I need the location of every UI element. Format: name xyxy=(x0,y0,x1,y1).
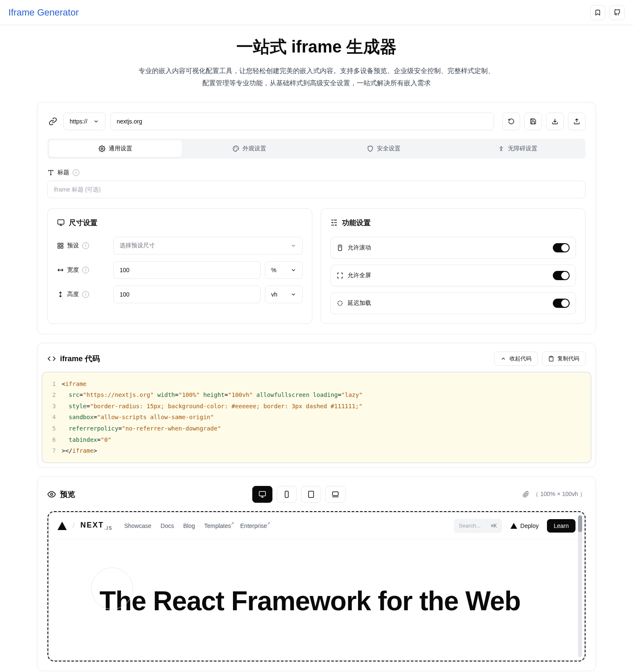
iframe-preview-wrapper: / NEXT.JS Showcase Docs Blog Templates↗ … xyxy=(47,511,586,662)
save-button[interactable] xyxy=(524,113,542,130)
switch-scroll[interactable] xyxy=(553,243,570,252)
settings-tabbar: 通用设置 外观设置 安全设置 无障碍设置 xyxy=(47,139,586,159)
mock-next-logo[interactable]: NEXT.JS xyxy=(80,521,112,530)
github-button[interactable] xyxy=(609,5,625,20)
mock-nav-enterprise[interactable]: Enterprise↗ xyxy=(240,522,267,529)
mock-nav-docs[interactable]: Docs xyxy=(161,522,174,529)
svg-rect-16 xyxy=(332,492,338,496)
title-label: 标题 i xyxy=(47,169,586,176)
paperclip-icon xyxy=(523,491,529,498)
tab-security[interactable]: 安全设置 xyxy=(317,140,450,157)
palette-icon xyxy=(233,145,239,152)
reset-icon xyxy=(508,118,515,125)
mock-page: / NEXT.JS Showcase Docs Blog Templates↗ … xyxy=(49,513,584,660)
svg-point-2 xyxy=(238,148,238,148)
info-icon[interactable]: i xyxy=(73,169,79,176)
mock-search[interactable]: Search... ⌘K xyxy=(454,519,502,533)
layout-icon xyxy=(57,242,64,249)
chevron-down-icon xyxy=(93,118,99,124)
device-phone-button[interactable] xyxy=(277,486,297,503)
chevron-down-icon xyxy=(290,267,296,273)
laptop-icon xyxy=(332,491,339,498)
upload-icon xyxy=(573,118,580,125)
tablet-icon xyxy=(307,491,315,498)
width-icon xyxy=(57,267,64,273)
mock-deploy-button[interactable]: Deploy xyxy=(505,522,544,529)
info-icon[interactable]: i xyxy=(82,267,89,273)
switch-lazy[interactable] xyxy=(553,299,570,308)
mock-nav-blog[interactable]: Blog xyxy=(183,522,195,529)
preview-card: 预览 （ 100% × 100vh ） xyxy=(37,476,596,671)
info-icon[interactable]: i xyxy=(82,242,89,249)
bookmark-button[interactable] xyxy=(590,5,605,20)
scroll-icon xyxy=(337,244,343,251)
svg-rect-11 xyxy=(550,356,552,357)
mock-scrollbar[interactable] xyxy=(578,515,582,657)
svg-rect-13 xyxy=(259,491,266,496)
brand-link[interactable]: Iframe Generator xyxy=(8,7,79,18)
hero-title: 一站式 iframe 生成器 xyxy=(8,35,625,58)
monitor-icon xyxy=(57,219,65,226)
hero-subtitle: 专业的嵌入内容可视化配置工具，让您轻松创建完美的嵌入式内容。支持多设备预览、企业… xyxy=(138,65,495,89)
svg-rect-9 xyxy=(61,246,63,248)
url-input[interactable] xyxy=(110,113,494,130)
toggle-lazy-row: 延迟加载 xyxy=(330,292,576,314)
download-icon xyxy=(552,118,558,125)
type-icon xyxy=(47,169,54,176)
svg-rect-10 xyxy=(58,246,60,248)
triangle-icon xyxy=(510,523,517,529)
preset-select[interactable]: 选择预设尺寸 xyxy=(113,237,303,255)
sliders-icon xyxy=(330,219,338,226)
download-button[interactable] xyxy=(546,113,564,130)
save-icon xyxy=(530,118,536,125)
device-laptop-button[interactable] xyxy=(325,486,345,503)
svg-point-4 xyxy=(234,149,235,149)
copy-code-button[interactable]: 复制代码 xyxy=(542,352,586,366)
switch-fullscreen[interactable] xyxy=(553,271,570,280)
mock-nav-templates[interactable]: Templates↗ xyxy=(204,522,231,529)
code-icon xyxy=(47,354,56,363)
info-icon[interactable]: i xyxy=(82,291,89,298)
device-desktop-button[interactable] xyxy=(252,486,272,503)
monitor-icon xyxy=(259,491,266,498)
tab-appearance[interactable]: 外观设置 xyxy=(183,140,316,157)
eye-icon xyxy=(47,490,56,499)
height-unit-select[interactable]: vh xyxy=(265,286,303,303)
height-input[interactable] xyxy=(113,286,261,303)
mock-learn-button[interactable]: Learn xyxy=(547,519,575,533)
width-input[interactable] xyxy=(113,261,261,279)
tab-accessibility[interactable]: 无障碍设置 xyxy=(452,140,584,157)
protocol-select[interactable]: https:// xyxy=(63,113,105,130)
title-input[interactable] xyxy=(47,181,586,198)
reset-button[interactable] xyxy=(502,113,520,130)
svg-rect-6 xyxy=(58,220,64,224)
accessibility-icon xyxy=(498,145,505,152)
upload-button[interactable] xyxy=(568,113,586,130)
tab-general[interactable]: 通用设置 xyxy=(49,140,182,157)
svg-rect-8 xyxy=(61,243,63,245)
preview-size-text: （ 100% × 100vh ） xyxy=(533,491,586,498)
decorative-circle xyxy=(91,567,133,609)
mock-nav-showcase[interactable]: Showcase xyxy=(124,522,152,529)
mock-hero-title: The React Framework for the Web xyxy=(99,585,567,617)
bookmark-icon xyxy=(594,9,601,16)
dimensions-card: 尺寸设置 预设 i 选择预设尺寸 xyxy=(47,208,312,324)
loader-icon xyxy=(337,300,343,307)
svg-point-12 xyxy=(51,493,53,495)
height-icon xyxy=(57,291,64,298)
code-block[interactable]: 1<iframe 2 src="https://nextjs.org" widt… xyxy=(42,372,591,463)
device-tablet-button[interactable] xyxy=(301,486,321,503)
topbar: Iframe Generator xyxy=(0,0,633,25)
chevron-down-icon xyxy=(290,291,296,297)
shield-icon xyxy=(367,145,374,152)
chevron-down-icon xyxy=(290,243,296,249)
width-unit-select[interactable]: % xyxy=(265,261,303,279)
clipboard-icon xyxy=(548,356,554,362)
mock-vercel-logo[interactable] xyxy=(58,522,67,530)
fullscreen-icon xyxy=(337,272,343,279)
collapse-code-button[interactable]: 收起代码 xyxy=(494,352,538,366)
svg-rect-7 xyxy=(58,243,60,245)
chevron-up-icon xyxy=(500,356,506,362)
features-card: 功能设置 允许滚动 允许全屏 xyxy=(321,208,586,324)
svg-point-0 xyxy=(101,148,103,150)
